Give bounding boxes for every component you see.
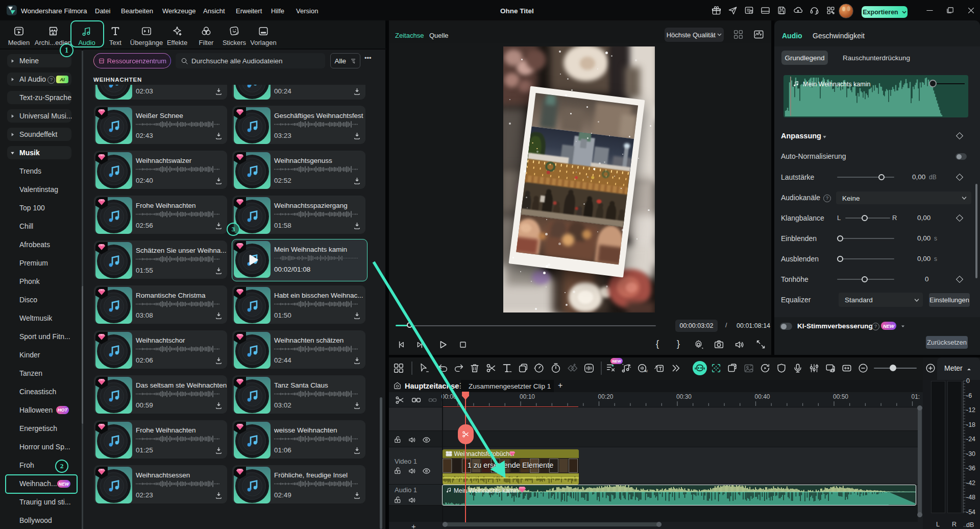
svg-text:AI: AI [645, 369, 648, 373]
